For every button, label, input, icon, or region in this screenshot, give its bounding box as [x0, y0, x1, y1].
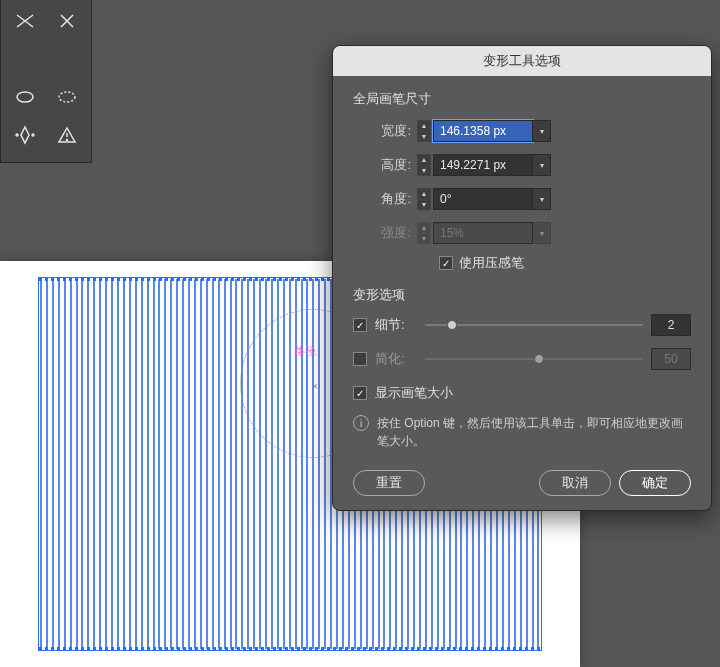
- svg-point-0: [17, 92, 33, 102]
- width-unit-dropdown[interactable]: ▾: [533, 120, 551, 142]
- ellipse-tool-icon[interactable]: [9, 82, 41, 112]
- svg-point-1: [59, 92, 75, 102]
- dialog-button-row: 重置 取消 确定: [353, 470, 691, 496]
- info-row: i 按住 Option 键，然后使用该工具单击，即可相应地更改画笔大小。: [353, 414, 691, 450]
- brush-cursor-label: 路径: [294, 344, 316, 359]
- close-icon[interactable]: [51, 6, 83, 36]
- section-global-brush: 全局画笔尺寸: [353, 90, 691, 108]
- intensity-dropdown: ▾: [533, 222, 551, 244]
- angle-dropdown[interactable]: ▾: [533, 188, 551, 210]
- svg-point-2: [16, 134, 18, 136]
- height-input[interactable]: 149.2271 px: [433, 154, 533, 176]
- svg-point-5: [67, 140, 68, 141]
- intensity-input: 15%: [433, 222, 533, 244]
- use-pressure-pen-row[interactable]: 使用压感笔: [439, 254, 691, 272]
- detail-label: 细节:: [375, 316, 417, 334]
- height-row: 高度: ▲▼ 149.2271 px ▾: [353, 152, 691, 178]
- detail-slider[interactable]: [425, 318, 643, 332]
- intensity-row: 强度: ▲▼ 15% ▾: [353, 220, 691, 246]
- angle-row: 角度: ▲▼ 0° ▾: [353, 186, 691, 212]
- angle-label: 角度:: [353, 190, 411, 208]
- ok-button[interactable]: 确定: [619, 470, 691, 496]
- height-label: 高度:: [353, 156, 411, 174]
- use-pressure-pen-label: 使用压感笔: [459, 254, 524, 272]
- width-row: 宽度: ▲▼ 146.1358 px ▾: [353, 118, 691, 144]
- intensity-stepper: ▲▼: [417, 222, 431, 244]
- show-brush-size-label: 显示画笔大小: [375, 384, 453, 402]
- height-stepper[interactable]: ▲▼: [417, 154, 431, 176]
- info-icon: i: [353, 415, 369, 431]
- simplify-row: 简化: 50: [353, 348, 691, 370]
- svg-point-3: [32, 134, 34, 136]
- simplify-checkbox[interactable]: [353, 352, 367, 366]
- width-input[interactable]: 146.1358 px: [433, 120, 533, 142]
- intensity-label: 强度:: [353, 224, 411, 242]
- detail-checkbox[interactable]: [353, 318, 367, 332]
- detail-row: 细节: 2: [353, 314, 691, 336]
- scissors-tool-icon[interactable]: [9, 6, 41, 36]
- angle-stepper[interactable]: ▲▼: [417, 188, 431, 210]
- simplify-label: 简化:: [375, 350, 417, 368]
- warp-tool-options-dialog: 变形工具选项 全局画笔尺寸 宽度: ▲▼ 146.1358 px ▾ 高度: ▲…: [332, 45, 712, 511]
- simplify-slider: [425, 352, 643, 366]
- angle-input[interactable]: 0°: [433, 188, 533, 210]
- warning-icon[interactable]: [51, 120, 83, 150]
- simplify-value: 50: [651, 348, 691, 370]
- width-stepper[interactable]: ▲▼: [417, 120, 431, 142]
- height-unit-dropdown[interactable]: ▾: [533, 154, 551, 176]
- section-warp-options: 变形选项: [353, 286, 691, 304]
- info-text: 按住 Option 键，然后使用该工具单击，即可相应地更改画笔大小。: [377, 414, 691, 450]
- tool-palette: [0, 0, 92, 163]
- starburst-tool-icon[interactable]: [51, 82, 83, 112]
- cancel-button[interactable]: 取消: [539, 470, 611, 496]
- anchor-convert-tool-icon[interactable]: [9, 120, 41, 150]
- width-label: 宽度:: [353, 122, 411, 140]
- reset-button[interactable]: 重置: [353, 470, 425, 496]
- show-brush-size-row[interactable]: 显示画笔大小: [353, 384, 691, 402]
- dialog-title: 变形工具选项: [333, 46, 711, 76]
- brush-cursor-cross: ×: [312, 383, 320, 391]
- detail-value[interactable]: 2: [651, 314, 691, 336]
- show-brush-size-checkbox[interactable]: [353, 386, 367, 400]
- use-pressure-pen-checkbox[interactable]: [439, 256, 453, 270]
